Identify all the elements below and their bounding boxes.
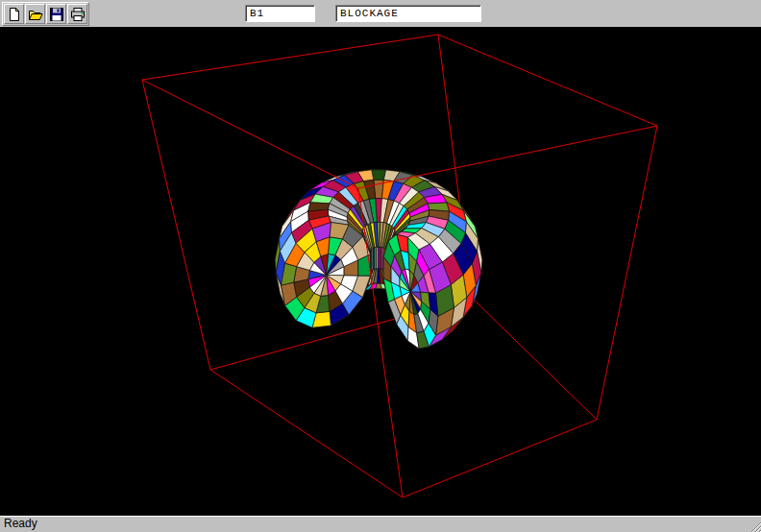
resize-grip[interactable]	[748, 519, 761, 532]
scene-canvas	[0, 27, 761, 516]
print-icon	[70, 7, 86, 22]
status-bar: Ready	[0, 516, 761, 532]
app-window: Ready	[0, 0, 761, 532]
viewport-3d[interactable]	[0, 27, 761, 516]
toolbar	[0, 0, 761, 27]
object-type-input[interactable]	[335, 5, 481, 22]
open-folder-icon	[28, 7, 43, 22]
open-folder-button[interactable]	[25, 4, 45, 24]
save-button[interactable]	[46, 4, 66, 24]
object-name-input[interactable]	[245, 5, 315, 22]
blockage-object	[275, 170, 482, 349]
toolbar-button-group	[2, 2, 89, 26]
new-document-icon	[7, 7, 22, 22]
save-icon	[49, 7, 64, 22]
new-document-button[interactable]	[4, 4, 24, 24]
print-button[interactable]	[67, 4, 87, 24]
status-text: Ready	[4, 517, 37, 530]
